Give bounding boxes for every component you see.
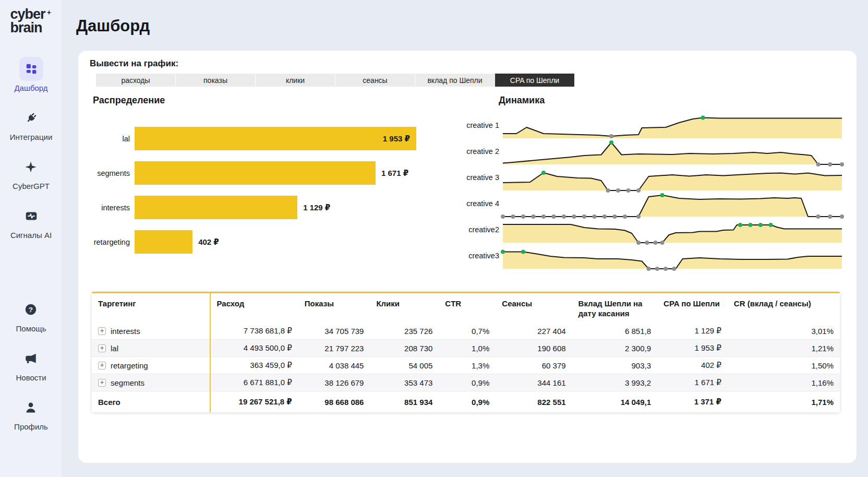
peak-marker-dot [749, 223, 753, 227]
sparkline-label: creative3 [458, 252, 503, 260]
bar-fill [135, 196, 297, 219]
bar-track: 1 671 ₽ [135, 161, 416, 185]
peak-marker-dot [609, 140, 613, 145]
table-cell: 1,21% [728, 340, 840, 357]
logo-line1: cyber [10, 6, 45, 22]
table-row-lal: lal4 493 500,0 ₽21 797 223208 7301,0%190… [92, 340, 840, 357]
sidebar-item-profile[interactable]: Профиль [14, 396, 48, 431]
sparkline-row-creative-4: creative 4 [458, 190, 845, 217]
table-cell: 0,9% [439, 374, 496, 391]
table-cell: 363 459,0 ₽ [210, 357, 298, 374]
chart-metric-label: Вывести на график: [90, 58, 845, 69]
targeting-table: ТаргетингРасходПоказыКликиCTRСеансыВклад… [92, 293, 840, 412]
table-cell: 190 608 [496, 340, 572, 357]
metric-tab[interactable]: клики [256, 74, 335, 87]
sparkline-row-creative2: creative2 [458, 217, 845, 243]
column-header: Показы [298, 293, 370, 323]
sidebar-item-cybergpt[interactable]: CyberGPT [13, 155, 50, 190]
help-icon: ? [19, 297, 43, 321]
sidebar-item-news[interactable]: Новости [16, 347, 46, 382]
metric-tab[interactable]: сеансы [335, 74, 415, 87]
peak-marker-dot [541, 171, 546, 175]
distribution-chart: Распределение lal1 953 ₽segments1 671 ₽i… [90, 95, 458, 269]
targeting-cell: segments [92, 374, 210, 391]
sidebar-item-integrations[interactable]: Интеграции [10, 106, 53, 141]
table-cell: 1 129 ₽ [657, 323, 728, 340]
dashboard-card: Вывести на график: расходыпоказыкликисеа… [78, 51, 857, 463]
bar-track: 402 ₽ [135, 230, 416, 254]
metric-tab[interactable]: CPA по Шепли [495, 74, 574, 87]
table-cell: 1,50% [728, 357, 840, 374]
sparkline-label: creative2 [458, 225, 503, 234]
table-cell: 227 404 [496, 323, 572, 340]
table-cell: 3 993,2 [572, 374, 657, 391]
metric-tab[interactable]: расходы [96, 74, 175, 87]
column-header: Клики [370, 293, 439, 323]
table-cell: 2 300,9 [572, 340, 657, 357]
peak-marker-dot [758, 223, 763, 227]
zero-marker-dot [609, 134, 613, 138]
column-header: Сеансы [496, 293, 572, 323]
bar-track: 1 129 ₽ [135, 196, 416, 219]
zero-marker-dot [647, 267, 651, 271]
distribution-title: Распределение [93, 95, 458, 106]
metric-tab[interactable]: показы [176, 74, 255, 87]
table-header-row: ТаргетингРасходПоказыКликиCTRСеансыВклад… [92, 293, 840, 323]
total-cell: 1 371 ₽ [657, 391, 728, 413]
bar-category-label: interests [90, 204, 135, 212]
targeting-name: lal [111, 344, 118, 353]
sparkline-plot [503, 243, 842, 269]
dynamics-chart: Динамика creative 1creative 2creative 3c… [458, 95, 845, 269]
table-cell: 402 ₽ [657, 357, 728, 374]
sidebar-item-label: Профиль [14, 422, 48, 431]
logo-sparkle-icon [46, 9, 52, 15]
targeting-table-panel: ТаргетингРасходПоказыКликиCTRСеансыВклад… [92, 292, 840, 412]
column-header: Расход [210, 293, 298, 323]
table-cell: 1,16% [728, 374, 840, 391]
sparkline-row-creative-1: creative 1 [458, 112, 845, 138]
sparkle-icon [19, 155, 43, 179]
sidebar-nav-top: ДашбордИнтеграцииCyberGPTСигналы AI [10, 57, 53, 253]
bar-category-label: lal [90, 135, 135, 143]
table-cell: 353 473 [370, 374, 439, 391]
metric-tab[interactable]: вклад по Шепли [415, 74, 495, 87]
dynamics-rows: creative 1creative 2creative 3creative 4… [458, 112, 845, 269]
table-cell: 3,01% [728, 323, 840, 340]
expand-row-button[interactable] [98, 344, 106, 352]
bar-track: 1 953 ₽ [135, 127, 416, 150]
table-cell: 1 671 ₽ [657, 374, 728, 391]
table-cell: 235 726 [370, 323, 439, 340]
table-cell: 903,3 [572, 357, 657, 374]
sparkline-label: creative 1 [458, 121, 503, 129]
peak-marker-dot [501, 250, 505, 254]
sparkline-row-creative-2: creative 2 [458, 138, 845, 164]
targeting-cell: interests [92, 323, 210, 340]
sidebar-item-dashboard[interactable]: Дашборд [14, 57, 47, 92]
table-row-retargeting: retargeting363 459,0 ₽4 038 44554 0051,3… [92, 357, 840, 374]
bar-fill [135, 230, 192, 254]
total-cell: 98 668 086 [298, 391, 370, 413]
distribution-bars: lal1 953 ₽segments1 671 ₽interests1 129 … [90, 127, 458, 254]
table-cell: 54 005 [370, 357, 439, 374]
sparkline-plot [503, 217, 842, 243]
sparkline-label: creative 4 [458, 199, 503, 208]
table-cell: 1,3% [439, 357, 496, 374]
table-cell: 6 671 881,0 ₽ [210, 374, 298, 391]
table-total-row: Всего19 267 521,8 ₽98 668 086851 9340,9%… [92, 391, 840, 413]
total-cell: 19 267 521,8 ₽ [210, 391, 298, 413]
expand-row-button[interactable] [98, 379, 106, 387]
sidebar-item-help[interactable]: ?Помощь [16, 297, 46, 333]
sidebar-item-label: Интеграции [10, 133, 53, 141]
bar-value-label: 1 671 ₽ [381, 169, 408, 178]
sparkline-plot [503, 112, 842, 138]
zero-marker-dot [655, 267, 659, 271]
table-cell: 344 161 [496, 374, 572, 391]
expand-row-button[interactable] [98, 362, 106, 369]
table-cell: 4 493 500,0 ₽ [210, 340, 298, 357]
chart-metric-tabs: расходыпоказыкликисеансывклад по ШеплиCP… [96, 74, 845, 87]
column-header: CPA по Шепли [657, 293, 728, 323]
plug-icon [19, 106, 43, 130]
sidebar-item-signals-ai[interactable]: Сигналы AI [10, 204, 52, 240]
expand-row-button[interactable] [98, 327, 106, 335]
total-label: Всего [92, 391, 210, 413]
